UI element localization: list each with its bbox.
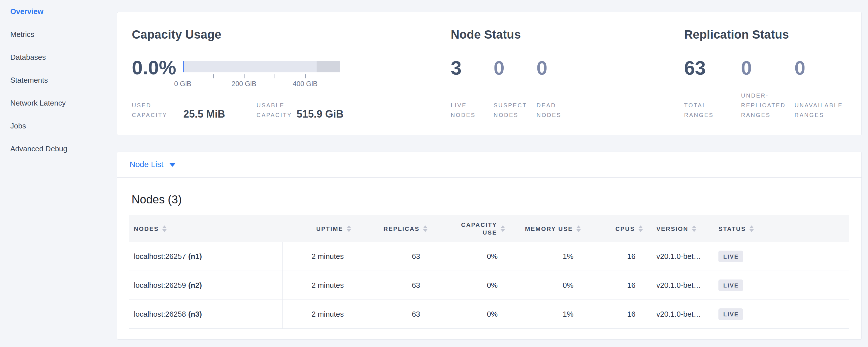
header-cpus[interactable]: CPUS (584, 215, 641, 242)
capacity-gauge-used-segment (183, 61, 184, 72)
cpus-cell: 16 (584, 271, 641, 299)
axis-tick-400: 400 GiB (293, 80, 318, 88)
nodes-heading: Nodes (3) (131, 193, 848, 206)
sidebar-item-metrics[interactable]: Metrics (0, 23, 117, 46)
usable-capacity-value: 515.9 GiB (297, 108, 343, 120)
sort-icon (500, 225, 505, 232)
nodes-table-section: Nodes (3) NODES UPTIME REPLICAS (117, 178, 861, 329)
node-address[interactable]: localhost:26258 (134, 310, 186, 319)
table-row[interactable]: localhost:26258 (n3) 2 minutes 63 0% 1% … (129, 300, 849, 329)
replicas-cell: 63 (348, 300, 424, 328)
capacity-gauge-ticks (183, 74, 340, 79)
capacity-gauge-labels: 0 GiB 200 GiB 400 GiB (183, 80, 340, 88)
memory-use-cell: 0% (511, 271, 584, 299)
unavailable-ranges-count: 0 (795, 58, 805, 78)
header-status[interactable]: STATUS (707, 215, 849, 242)
node-address[interactable]: localhost:26259 (134, 281, 186, 290)
capacity-use-cell: 0% (424, 300, 511, 328)
version-cell: v20.1.0-bet… (641, 271, 707, 299)
node-status-title: Node Status (451, 28, 521, 41)
capacity-use-cell: 0% (424, 242, 511, 271)
suspect-nodes-label: SUSPECT NODES (494, 100, 536, 120)
header-replicas[interactable]: REPLICAS (348, 215, 424, 242)
sidebar: Overview Metrics Databases Statements Ne… (0, 0, 117, 347)
version-cell: v20.1.0-bet… (641, 242, 707, 271)
sidebar-item-jobs[interactable]: Jobs (0, 115, 117, 137)
replication-numbers: 63 0 0 (684, 58, 805, 78)
sort-icon (749, 225, 754, 232)
cockroachdb-admin-overview: Overview Metrics Databases Statements Ne… (0, 0, 868, 347)
usable-capacity-label: USABLE CAPACITY (256, 100, 297, 120)
table-row[interactable]: localhost:26259 (n2) 2 minutes 63 0% 0% … (129, 271, 849, 300)
sidebar-item-network-latency[interactable]: Network Latency (0, 92, 117, 115)
node-list-dropdown-label[interactable]: Node List (129, 160, 163, 169)
header-uptime[interactable]: UPTIME (283, 215, 348, 242)
capacity-stats: USED CAPACITY 25.5 MiB USABLE CAPACITY 5… (132, 100, 343, 120)
replication-labels: TOTAL RANGES UNDER- REPLICATED RANGES UN… (684, 91, 843, 120)
under-replicated-ranges-label: UNDER- REPLICATED RANGES (741, 91, 795, 120)
sidebar-item-advanced-debug[interactable]: Advanced Debug (0, 137, 117, 160)
uptime-cell: 2 minutes (283, 242, 348, 271)
node-address[interactable]: localhost:26257 (134, 252, 186, 261)
unavailable-ranges-label: UNAVAILABLE RANGES (795, 100, 843, 120)
dead-nodes-label: DEAD NODES (536, 100, 561, 120)
total-ranges-label: TOTAL RANGES (684, 100, 741, 120)
node-status-panel: Node Status 3 0 0 LIVE NODES SUSPECT NOD… (451, 12, 668, 135)
used-capacity-value: 25.5 MiB (183, 108, 239, 120)
node-id: (n2) (188, 281, 202, 290)
replicas-cell: 63 (348, 271, 424, 299)
chevron-down-icon (169, 163, 175, 167)
capacity-gauge: 0 GiB 200 GiB 400 GiB (183, 61, 340, 88)
header-nodes[interactable]: NODES (129, 215, 283, 242)
axis-tick-200: 200 GiB (231, 80, 256, 88)
node-status-numbers: 3 0 0 (451, 58, 548, 78)
used-capacity-label: USED CAPACITY (132, 100, 183, 120)
view-selector[interactable]: Node List (117, 152, 861, 178)
live-nodes-count: 3 (451, 58, 494, 78)
node-status-labels: LIVE NODES SUSPECT NODES DEAD NODES (451, 100, 561, 120)
replicas-cell: 63 (348, 242, 424, 271)
status-badge: LIVE (718, 280, 743, 291)
under-replicated-ranges-count: 0 (741, 58, 795, 78)
status-badge: LIVE (718, 251, 743, 262)
capacity-use-cell: 0% (424, 271, 511, 299)
node-id: (n1) (188, 252, 202, 261)
replication-status-title: Replication Status (684, 28, 789, 41)
cpus-cell: 16 (584, 300, 641, 328)
memory-use-cell: 1% (511, 242, 584, 271)
sidebar-item-databases[interactable]: Databases (0, 46, 117, 69)
capacity-gauge-reserved-segment (317, 61, 340, 72)
suspect-nodes-count: 0 (494, 58, 536, 78)
axis-tick-0: 0 GiB (174, 80, 191, 88)
uptime-cell: 2 minutes (283, 300, 348, 328)
version-cell: v20.1.0-bet… (641, 300, 707, 328)
table-row[interactable]: localhost:26257 (n1) 2 minutes 63 0% 1% … (129, 242, 849, 271)
memory-use-cell: 1% (511, 300, 584, 328)
dead-nodes-count: 0 (536, 58, 548, 78)
header-capacity-use[interactable]: CAPACITY USE (424, 215, 511, 242)
nodes-table-header: NODES UPTIME REPLICAS CAPACITY USE (129, 215, 849, 242)
cluster-summary-card: Capacity Usage 0.0% 0 GiB 200 GiB (117, 12, 862, 135)
node-id: (n3) (188, 310, 202, 319)
nodes-table: NODES UPTIME REPLICAS CAPACITY USE (129, 215, 849, 329)
sort-icon (576, 225, 581, 232)
capacity-usage-title: Capacity Usage (132, 28, 221, 41)
header-version[interactable]: VERSION (641, 215, 707, 242)
cpus-cell: 16 (584, 242, 641, 271)
capacity-usage-panel: Capacity Usage 0.0% 0 GiB 200 GiB (132, 12, 441, 135)
capacity-gauge-bar (183, 61, 340, 72)
sort-icon (162, 225, 167, 232)
sidebar-item-overview[interactable]: Overview (0, 0, 117, 23)
capacity-used-percent: 0.0% (132, 58, 176, 77)
node-list-card: Node List Nodes (3) NODES UPTIME (117, 152, 862, 340)
live-nodes-label: LIVE NODES (451, 100, 494, 120)
sort-icon (692, 225, 696, 232)
uptime-cell: 2 minutes (283, 271, 348, 299)
sidebar-item-statements[interactable]: Statements (0, 69, 117, 92)
header-memory-use[interactable]: MEMORY USE (511, 215, 584, 242)
status-badge: LIVE (718, 308, 743, 320)
total-ranges-count: 63 (684, 58, 741, 78)
replication-status-panel: Replication Status 63 0 0 TOTAL RANGES U… (684, 12, 856, 135)
